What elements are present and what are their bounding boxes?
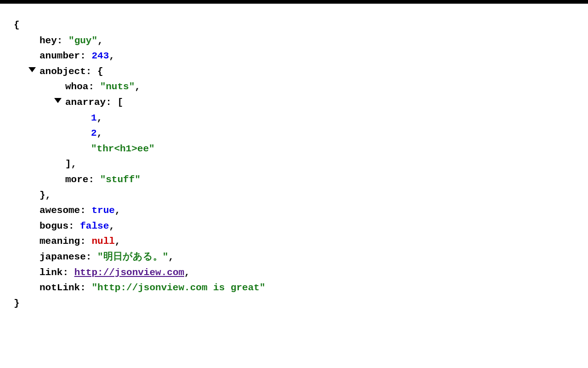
value-awesome: true — [91, 205, 114, 216]
key-link: link — [40, 267, 62, 278]
property-anobject: anobject: { — [40, 64, 579, 80]
chevron-down-icon[interactable] — [54, 98, 62, 103]
close-brace-row: } — [14, 296, 579, 311]
property-awesome: awesome: true, — [40, 203, 579, 218]
value-meaning: null — [91, 236, 114, 247]
property-hey: hey: "guy", — [40, 33, 579, 49]
close-bracket: ] — [65, 159, 71, 169]
array-value-2: "thr<h1>ee" — [91, 144, 155, 154]
open-bracket: [ — [117, 97, 123, 108]
array-item-0: 1, — [91, 110, 579, 126]
chevron-down-icon[interactable] — [28, 67, 36, 72]
key-anarray: anarray — [65, 97, 106, 108]
value-link[interactable]: http://jsonview.com — [74, 267, 184, 278]
anarray-body: 1, 2, "thr<h1>ee" — [65, 110, 579, 157]
key-hey: hey — [40, 35, 57, 46]
value-hey: "guy" — [68, 35, 97, 46]
property-bogus: bogus: false, — [40, 218, 579, 234]
close-bracket-row: ], — [65, 156, 579, 172]
key-more: more — [65, 174, 88, 185]
open-brace-row: { — [14, 17, 579, 33]
open-brace: { — [97, 66, 103, 77]
anobject-body: whoa: "nuts", anarray: [ 1, 2, "thr<h1>e… — [40, 79, 579, 187]
property-meaning: meaning: null, — [40, 234, 579, 249]
open-brace: { — [14, 20, 20, 30]
key-bogus: bogus — [40, 221, 68, 231]
root-object-body: hey: "guy", anumber: 243, anobject: { wh… — [14, 33, 579, 296]
array-value-0: 1 — [91, 113, 97, 123]
property-whoa: whoa: "nuts", — [65, 79, 579, 95]
key-notlink: notLink — [40, 282, 80, 293]
close-brace-row: }, — [40, 188, 579, 203]
key-meaning: meaning — [40, 236, 80, 247]
key-anobject: anobject — [40, 66, 86, 77]
array-item-2: "thr<h1>ee" — [91, 141, 579, 157]
property-japanese: japanese: "明日がある。", — [40, 249, 579, 265]
property-link: link: http://jsonview.com, — [40, 265, 579, 281]
window-top-border — [0, 0, 588, 4]
json-viewer: { hey: "guy", anumber: 243, anobject: { … — [0, 4, 588, 320]
property-more: more: "stuff" — [65, 172, 579, 188]
value-more: "stuff" — [100, 174, 141, 185]
value-notlink: "http://jsonview.com is great" — [91, 282, 265, 293]
key-awesome: awesome — [40, 205, 80, 216]
key-japanese: japanese — [40, 252, 86, 262]
key-anumber: anumber — [40, 51, 80, 61]
array-value-1: 2 — [91, 128, 97, 138]
value-bogus: false — [80, 221, 109, 231]
array-item-1: 2, — [91, 126, 579, 141]
value-japanese: "明日がある。" — [97, 252, 168, 262]
value-whoa: "nuts" — [100, 81, 135, 92]
close-brace: } — [40, 190, 45, 201]
value-anumber: 243 — [91, 51, 109, 61]
property-anarray: anarray: [ — [65, 95, 579, 110]
property-anumber: anumber: 243, — [40, 48, 579, 64]
key-whoa: whoa — [65, 81, 88, 92]
property-notlink: notLink: "http://jsonview.com is great" — [40, 280, 579, 296]
close-brace: } — [14, 298, 20, 309]
